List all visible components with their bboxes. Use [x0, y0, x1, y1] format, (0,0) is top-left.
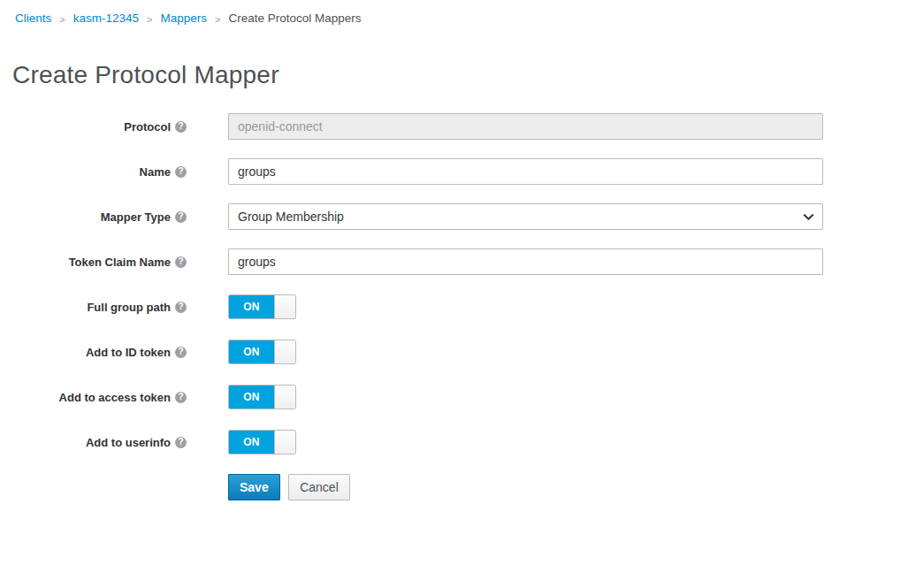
actions-control-cell: Save Cancel [228, 474, 823, 500]
help-icon[interactable]: ? [175, 437, 187, 448]
toggle-on-label: ON [229, 386, 274, 409]
add-to-userinfo-label-cell: Add to userinfo ? [0, 436, 187, 449]
toggle-handle [274, 431, 295, 454]
form-row-full-group-path: Full group path ? ON [0, 294, 908, 320]
cancel-button[interactable]: Cancel [288, 474, 350, 500]
full-group-path-label: Full group path [87, 301, 171, 314]
full-group-path-toggle[interactable]: ON [228, 294, 296, 319]
protocol-label: Protocol [124, 120, 171, 134]
add-to-access-token-control-cell: ON [228, 385, 823, 409]
help-icon[interactable]: ? [175, 302, 187, 313]
mapper-type-label: Mapper Type [101, 210, 171, 224]
mapper-type-select[interactable]: Group Membership [228, 203, 823, 230]
add-to-userinfo-toggle[interactable]: ON [228, 430, 296, 454]
mapper-type-control-cell: Group Membership [228, 203, 823, 230]
form-row-add-to-userinfo: Add to userinfo ? ON [0, 429, 908, 455]
breadcrumb-client-id[interactable]: kasm-12345 [73, 11, 139, 25]
mapper-type-label-cell: Mapper Type ? [0, 210, 187, 224]
help-icon[interactable]: ? [175, 121, 187, 133]
add-to-access-token-label: Add to access token [59, 391, 171, 404]
add-to-access-token-label-cell: Add to access token ? [0, 391, 187, 404]
token-claim-name-label: Token Claim Name [69, 256, 171, 269]
name-label: Name [140, 165, 171, 179]
toggle-handle [274, 295, 295, 318]
full-group-path-label-cell: Full group path ? [0, 301, 187, 314]
breadcrumb-mappers[interactable]: Mappers [160, 11, 207, 25]
toggle-on-label: ON [229, 431, 274, 454]
breadcrumb-clients[interactable]: Clients [15, 11, 51, 25]
form-row-name: Name ? [0, 158, 908, 185]
breadcrumb-separator: > [51, 14, 72, 25]
token-claim-name-label-cell: Token Claim Name ? [0, 256, 187, 269]
add-to-userinfo-label: Add to userinfo [86, 436, 171, 449]
breadcrumb-current-page: Create Protocol Mappers [228, 11, 361, 25]
form-row-add-to-id-token: Add to ID token ? ON [0, 339, 908, 365]
create-protocol-mapper-form: Protocol ? Name ? Mapper Type ? Group Me… [0, 113, 908, 500]
name-control-cell [228, 158, 823, 185]
toggle-handle [274, 386, 295, 409]
toggle-on-label: ON [229, 340, 274, 363]
toggle-on-label: ON [229, 295, 274, 318]
help-icon[interactable]: ? [175, 211, 187, 223]
help-icon[interactable]: ? [175, 347, 187, 358]
token-claim-name-control-cell [228, 248, 823, 275]
add-to-id-token-toggle[interactable]: ON [228, 340, 296, 364]
breadcrumb: Clients > kasm-12345 > Mappers > Create … [0, 0, 908, 25]
page-title: Create Protocol Mapper [12, 61, 908, 89]
add-to-access-token-toggle[interactable]: ON [228, 385, 296, 409]
help-icon[interactable]: ? [175, 392, 187, 403]
toggle-handle [274, 340, 295, 363]
help-icon[interactable]: ? [175, 166, 187, 178]
breadcrumb-separator: > [207, 14, 228, 25]
protocol-input [228, 113, 823, 140]
name-label-cell: Name ? [0, 165, 187, 179]
add-to-id-token-label: Add to ID token [86, 346, 171, 359]
breadcrumb-separator: > [139, 14, 160, 25]
add-to-id-token-control-cell: ON [228, 340, 823, 364]
form-row-actions: Save Cancel [0, 474, 908, 500]
token-claim-name-input[interactable] [228, 248, 823, 275]
add-to-userinfo-control-cell: ON [228, 430, 823, 454]
form-row-protocol: Protocol ? [0, 113, 908, 140]
form-row-mapper-type: Mapper Type ? Group Membership [0, 203, 908, 230]
add-to-id-token-label-cell: Add to ID token ? [0, 346, 187, 359]
form-row-token-claim-name: Token Claim Name ? [0, 248, 908, 275]
protocol-control-cell [228, 113, 823, 140]
save-button[interactable]: Save [228, 474, 280, 500]
form-row-add-to-access-token: Add to access token ? ON [0, 384, 908, 410]
full-group-path-control-cell: ON [228, 294, 823, 319]
protocol-label-cell: Protocol ? [0, 120, 187, 134]
help-icon[interactable]: ? [175, 256, 187, 268]
name-input[interactable] [228, 158, 823, 185]
